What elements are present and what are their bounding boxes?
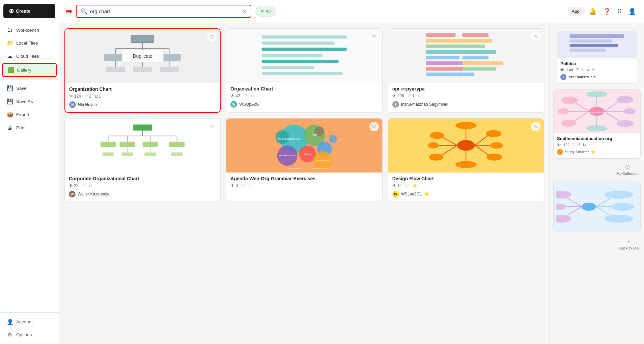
view-count: 👁 42 xyxy=(230,94,240,98)
svg-rect-12 xyxy=(106,67,125,72)
sidebar-item-save[interactable]: 💾 Save xyxy=(2,82,57,95)
favorite-button[interactable]: ♡ xyxy=(207,32,217,42)
card-thumbnail: ♡ xyxy=(388,118,544,173)
grid-icon[interactable]: ⠿ xyxy=(616,6,623,17)
svg-rect-32 xyxy=(462,56,488,59)
sidebar-item-save-as[interactable]: 💾 Save As xyxy=(2,95,57,108)
sidebar-item-options[interactable]: ⚙ Options xyxy=(2,328,57,341)
options-icon: ⚙ xyxy=(7,332,13,338)
eye-icon: 👁 xyxy=(69,94,73,99)
view-number: 122 xyxy=(563,143,569,147)
app-button[interactable]: App xyxy=(568,7,584,16)
svg-text:past continuous: past continuous xyxy=(316,160,330,162)
gallery-icon: 🟩 xyxy=(7,67,13,73)
list-item[interactable]: Politica 👁 149 ♡ 1 ⊔ 2 I Itzel Valenzuel… xyxy=(557,31,637,84)
svg-point-119 xyxy=(556,191,571,199)
card-author: I Inzhu-marzhan Sagymbek xyxy=(392,101,540,108)
favorite-button[interactable]: ♡ xyxy=(531,122,540,131)
bell-icon[interactable]: 🔔 xyxy=(588,6,598,17)
save-as-icon: 💾 xyxy=(7,98,13,105)
view-number: 149 xyxy=(567,68,573,72)
avatar: N xyxy=(69,101,76,108)
print-icon: 🖨 xyxy=(7,125,13,131)
favorite-button[interactable]: ♡ xyxy=(531,32,540,42)
favorite-button[interactable]: ♡ xyxy=(369,122,379,131)
heart-icon: ♡ xyxy=(576,68,579,72)
favorite-button[interactable]: ♡ xyxy=(369,32,379,42)
right-card-info: Smithsonianeducation org 👁 122 ♡ 5 ⊔ 1 🐱… xyxy=(554,133,640,158)
duplicate-overlay[interactable]: Duplicate xyxy=(121,50,163,62)
card-stats: 👁 124 ♡ 2 ⊔ 1 xyxy=(69,94,216,99)
export-icon: 📦 xyxy=(7,111,13,118)
svg-point-86 xyxy=(455,122,477,129)
my-collection-label: My Collection xyxy=(616,171,639,176)
view-number: 22 xyxy=(74,183,78,188)
sidebar-item-label: Save As xyxy=(16,99,33,104)
card-thumb-svg xyxy=(234,31,374,80)
card-info: Corporate Organizational Chart 👁 22 ♡ ⊔ … xyxy=(65,173,220,202)
copy-number: 1 xyxy=(99,94,101,99)
table-row[interactable]: ♡ орг структура 👁 296 ♡ 1 ⊔ xyxy=(388,28,544,113)
table-row[interactable]: ♡ Corporate Organizational Chart 👁 22 ♡ … xyxy=(64,118,221,202)
svg-rect-30 xyxy=(462,45,484,48)
search-input[interactable] xyxy=(90,8,240,14)
card-thumbnail: ♡ xyxy=(65,118,220,173)
filter-label: All xyxy=(266,9,271,14)
sidebar-item-account[interactable]: 👤 Account xyxy=(2,316,57,328)
favorite-button[interactable]: ♡ xyxy=(207,122,217,131)
table-row[interactable]: ♡ Organization Chart 👁 42 ♡ ⊔ W WSQj xyxy=(226,28,382,113)
svg-point-115 xyxy=(612,203,634,211)
sidebar: ⊕ Create 🗂 Workbench 📁 Local Files ☁ Clo… xyxy=(0,0,59,344)
list-item[interactable] xyxy=(553,181,641,232)
avatar: 🐱 xyxy=(557,149,563,155)
svg-point-117 xyxy=(605,215,634,223)
back-to-top-container: ↑ Back to Top xyxy=(550,234,644,255)
svg-line-83 xyxy=(475,145,490,156)
svg-text:if clause: if clause xyxy=(304,153,312,155)
like-count: ♡ xyxy=(241,183,245,188)
eye-icon: 👁 xyxy=(392,94,396,98)
plus-icon: ⊕ xyxy=(9,7,14,15)
card-info: Organization Chart 👁 124 ♡ 2 ⊔ 1 xyxy=(65,83,220,112)
sidebar-item-local-files[interactable]: 📁 Local Files xyxy=(2,37,57,49)
card-thumbnail xyxy=(557,31,637,58)
sidebar-item-label: Cloud Files xyxy=(16,54,39,59)
svg-rect-0 xyxy=(131,35,154,43)
svg-rect-16 xyxy=(262,42,335,45)
svg-rect-18 xyxy=(262,54,323,57)
card-thumbnail: the comparative form CAN the relative cl… xyxy=(226,118,382,173)
svg-rect-20 xyxy=(262,66,314,69)
svg-point-109 xyxy=(586,126,608,132)
eye-icon: 👁 xyxy=(392,183,396,188)
create-label: Create xyxy=(16,8,31,14)
search-bar-container: ➡ 🔍 ✕ ≡ All App 🔔 ❓ ⠿ 👤 xyxy=(59,0,644,23)
filter-all-button[interactable]: ≡ All xyxy=(255,6,276,17)
svg-rect-31 xyxy=(462,50,496,54)
svg-line-112 xyxy=(596,196,613,207)
sidebar-item-workbench[interactable]: 🗂 Workbench xyxy=(2,24,57,36)
like-count: ♡ xyxy=(244,94,247,98)
list-item[interactable]: Smithsonianeducation.org Smithsonianeduc… xyxy=(553,89,641,159)
search-clear-icon[interactable]: ✕ xyxy=(242,8,247,15)
svg-rect-49 xyxy=(103,152,114,156)
sidebar-item-export[interactable]: 📦 Export xyxy=(2,108,57,121)
sidebar-item-print[interactable]: 🖨 Print xyxy=(2,122,57,134)
view-count: 👁 22 xyxy=(69,183,78,188)
like-count: ♡ 2 xyxy=(84,94,91,99)
svg-rect-35 xyxy=(462,67,496,71)
create-button[interactable]: ⊕ Create xyxy=(3,4,55,18)
help-icon[interactable]: ❓ xyxy=(602,6,612,17)
back-to-top-button[interactable]: ↑ Back to Top xyxy=(617,237,641,252)
like-number: 2 xyxy=(89,94,91,99)
sidebar-item-gallery[interactable]: 🟩 Gallery xyxy=(2,63,57,77)
sidebar-item-cloud-files[interactable]: ☁ Cloud Files xyxy=(2,50,57,62)
right-card-author: I Itzel Valenzuela xyxy=(560,74,634,80)
user-icon[interactable]: 👤 xyxy=(627,6,637,17)
table-row[interactable]: the comparative form CAN the relative cl… xyxy=(226,118,382,202)
svg-line-73 xyxy=(441,137,457,145)
table-row[interactable]: ♡ Design Flow Chart 👁 12 ♡ ⭐ xyxy=(388,118,544,202)
svg-rect-28 xyxy=(462,33,488,37)
author-name: Nhi Huỳnh xyxy=(78,102,97,107)
table-row[interactable]: ➡ xyxy=(64,28,221,113)
my-collection-button[interactable]: ♡ My Collection xyxy=(614,162,641,178)
